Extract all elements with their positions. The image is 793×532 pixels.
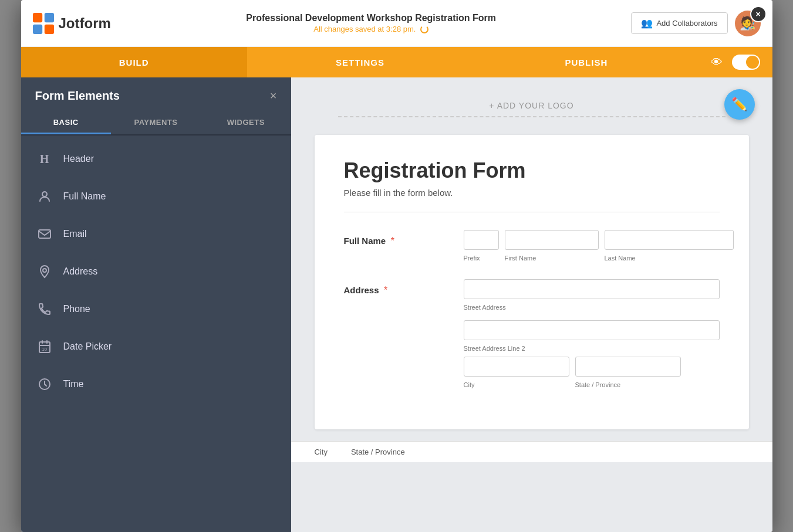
tab-publish[interactable]: PUBLISH [473, 47, 699, 77]
bottom-state-label: State / Province [351, 448, 405, 456]
sidebar-tabs: BASIC PAYMENTS WIDGETS [21, 112, 291, 135]
form-heading: Registration Form [344, 158, 720, 183]
svg-rect-5 [39, 230, 50, 238]
element-label-phone: Phone [63, 304, 90, 314]
sidebar-tab-payments[interactable]: PAYMENTS [111, 112, 201, 134]
save-status: All changes saved at 3:28 pm. [111, 25, 632, 34]
element-item-datepicker[interactable]: 10 Date Picker [21, 328, 291, 365]
lastname-input[interactable] [605, 230, 734, 250]
fullname-label: Full Name [344, 236, 386, 246]
street2-sublabel: Street Address Line 2 [464, 345, 720, 352]
fab-edit-button[interactable]: ✏️ [724, 89, 755, 120]
save-refresh-icon [420, 25, 428, 33]
form-title: Professional Development Workshop Regist… [111, 13, 632, 23]
state-sublabel: State / Province [575, 381, 681, 388]
element-label-datepicker: Date Picker [63, 341, 112, 352]
street1-sublabel: Street Address [464, 304, 720, 311]
tab-settings[interactable]: SETTINGS [247, 47, 473, 77]
element-label-header: Header [63, 154, 94, 164]
state-input[interactable] [575, 357, 681, 377]
element-item-address[interactable]: Address [21, 253, 291, 290]
header: Jotform Professional Development Worksho… [21, 0, 772, 47]
main-content: Form Elements × BASIC PAYMENTS WIDGETS H… [21, 77, 772, 532]
close-button[interactable]: × [750, 6, 767, 22]
address-required-star: * [384, 285, 387, 295]
address-label: Address [344, 285, 379, 295]
element-label-address: Address [63, 266, 98, 277]
state-group: State / Province [575, 357, 681, 388]
bottom-bar: City State / Province [291, 441, 772, 462]
field-fullname: Full Name * Prefix First Name [344, 230, 720, 262]
preview-eye-icon[interactable]: 👁 [711, 56, 723, 69]
nav-bar: BUILD SETTINGS PUBLISH 👁 [21, 47, 772, 77]
logo-text: Jotform [59, 15, 111, 32]
svg-rect-3 [44, 24, 53, 33]
jotform-logo-icon [33, 13, 54, 34]
logo-area: Jotform [33, 13, 111, 34]
street1-input[interactable] [464, 279, 720, 299]
element-list: H Header Full Name Email [21, 135, 291, 408]
sidebar-header: Form Elements × [21, 77, 291, 112]
sidebar: Form Elements × BASIC PAYMENTS WIDGETS H… [21, 77, 291, 532]
form-subheading: Please fill in the form below. [344, 188, 720, 198]
header-right: 👥 Add Collaborators 🧑‍🎨 [631, 11, 760, 36]
firstname-sublabel: First Name [505, 255, 599, 262]
datepicker-element-icon: 10 [35, 337, 54, 356]
fullname-element-icon [35, 187, 54, 206]
city-sublabel: City [464, 381, 569, 388]
svg-point-6 [43, 269, 46, 272]
street2-row: Street Address Line 2 [464, 320, 720, 352]
sidebar-tab-widgets[interactable]: WIDGETS [201, 112, 291, 134]
address-inputs: Street Address Street Address Line 2 [464, 279, 720, 388]
element-label-time: Time [63, 379, 84, 389]
sidebar-close-button[interactable]: × [270, 89, 277, 103]
add-collaborators-button[interactable]: 👥 Add Collaborators [631, 12, 727, 34]
toggle-knob [746, 56, 759, 69]
field-address: Address * Street Address Street Address … [344, 279, 720, 388]
fullname-inputs: Prefix First Name Last Name [464, 230, 734, 262]
email-element-icon [35, 225, 54, 243]
header-center: Professional Development Workshop Regist… [111, 13, 632, 34]
city-state-row: City State / Province [464, 357, 720, 388]
svg-text:10: 10 [42, 347, 47, 352]
street2-group: Street Address Line 2 [464, 320, 720, 352]
svg-rect-1 [44, 13, 53, 22]
form-divider [344, 212, 720, 212]
sidebar-title: Form Elements [35, 89, 120, 103]
modal: × Jotform Professional Development Works… [21, 0, 772, 532]
add-logo-placeholder[interactable]: + ADD YOUR LOGO [338, 89, 725, 117]
svg-rect-0 [33, 13, 42, 22]
city-group: City [464, 357, 569, 388]
element-label-email: Email [63, 229, 87, 239]
svg-rect-2 [33, 24, 42, 33]
lastname-group: Last Name [605, 230, 734, 262]
element-item-fullname[interactable]: Full Name [21, 178, 291, 215]
element-item-phone[interactable]: Phone [21, 290, 291, 328]
prefix-sublabel: Prefix [464, 255, 499, 262]
street2-input[interactable] [464, 320, 720, 340]
element-item-time[interactable]: Time [21, 365, 291, 403]
collaborators-icon: 👥 [641, 18, 653, 29]
element-item-email[interactable]: Email [21, 215, 291, 253]
firstname-group: First Name [505, 230, 599, 262]
prefix-group: Prefix [464, 230, 499, 262]
city-input[interactable] [464, 357, 569, 377]
svg-point-4 [42, 192, 47, 196]
street1-group: Street Address [464, 279, 720, 311]
nav-right-controls: 👁 [699, 47, 772, 77]
form-card: Registration Form Please fill in the for… [315, 135, 749, 429]
address-element-icon [35, 262, 54, 281]
lastname-sublabel: Last Name [605, 255, 734, 262]
toggle-switch[interactable] [732, 55, 760, 70]
sidebar-tab-basic[interactable]: BASIC [21, 112, 111, 134]
phone-element-icon [35, 300, 54, 318]
tab-build[interactable]: BUILD [21, 47, 247, 77]
prefix-input[interactable] [464, 230, 499, 250]
element-item-header[interactable]: H Header [21, 140, 291, 178]
firstname-input[interactable] [505, 230, 599, 250]
time-element-icon [35, 375, 54, 394]
bottom-city-label: City [315, 448, 328, 456]
address-label-col: Address * [344, 279, 450, 296]
header-element-icon: H [35, 150, 54, 168]
logo-section: + ADD YOUR LOGO ✏️ [291, 77, 772, 123]
